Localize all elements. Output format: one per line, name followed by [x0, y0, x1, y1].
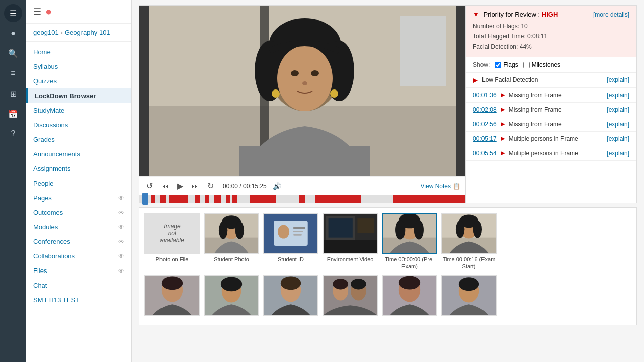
flag-explain-5[interactable]: [explain] — [607, 150, 629, 157]
flags-checkbox[interactable] — [495, 62, 501, 68]
search-icon[interactable]: 🔍 — [4, 44, 22, 62]
sidebar-item-quizzes[interactable]: Quizzes — [26, 74, 131, 88]
flag-time-5[interactable]: 00:05:54 — [473, 150, 497, 157]
progress-segment-3 — [195, 195, 200, 203]
sidebar-item-people[interactable]: People — [26, 176, 131, 191]
rewind-button[interactable]: ↺ — [144, 180, 155, 192]
eye-icon-collaborations[interactable]: 👁 — [118, 253, 124, 260]
thumb-box-t2[interactable] — [204, 275, 259, 316]
fast-forward-button[interactable]: ↻ — [205, 180, 216, 192]
video-player[interactable] — [139, 6, 465, 176]
sidebar-item-pages[interactable]: Pages👁 — [26, 191, 131, 205]
eye-icon-outcomes[interactable]: 👁 — [118, 209, 124, 216]
thumb-item-student-photo[interactable]: Student Photo — [204, 213, 259, 270]
thumb-box-exam-start[interactable] — [441, 213, 497, 254]
thumb-item-exam-start[interactable]: Time 00:00:16 (Exam Start) — [441, 213, 497, 270]
thumb-box-student-photo[interactable] — [204, 213, 259, 254]
volume-icon[interactable]: 🔊 — [273, 182, 281, 190]
svg-rect-24 — [293, 227, 305, 229]
flag-arrow-2[interactable]: ▶ — [501, 106, 505, 113]
breadcrumb-course[interactable]: geog101 — [33, 29, 59, 36]
thumb-box-photo-on-file[interactable]: Imagenotavailable — [144, 213, 200, 254]
eye-icon-conferences[interactable]: 👁 — [118, 238, 124, 245]
calendar-icon[interactable]: 📅 — [4, 105, 22, 123]
sidebar-item-grades[interactable]: Grades — [26, 132, 131, 147]
menu-icon[interactable]: ☰ — [4, 4, 22, 22]
flag-arrow-1[interactable]: ▶ — [501, 92, 505, 98]
flag-time-3[interactable]: 00:02:56 — [473, 121, 497, 128]
milestones-checkbox[interactable] — [523, 62, 530, 68]
svg-rect-14 — [239, 146, 370, 176]
flags-checkbox-label[interactable]: Flags — [495, 61, 518, 68]
thumb-item-t5[interactable] — [382, 275, 437, 316]
thumb-box-t4[interactable] — [323, 275, 378, 316]
flag-item-5: 00:05:54 ▶ Multiple persons in Frame [ex… — [466, 146, 636, 161]
eye-icon-pages[interactable]: 👁 — [118, 195, 124, 202]
eye-icon-files[interactable]: 👁 — [118, 267, 124, 275]
list-icon[interactable]: ≡ — [4, 64, 22, 82]
sidebar-item-discussions[interactable]: Discussions — [26, 118, 131, 132]
sidebar-item-modules[interactable]: Modules👁 — [26, 220, 131, 234]
progress-segment-4 — [205, 195, 210, 203]
priority-arrow: ▼ — [473, 11, 479, 18]
thumb-item-environment-video[interactable]: Environment Video — [323, 213, 378, 270]
thumb-box-t5[interactable] — [382, 275, 437, 316]
sidebar-item-chat[interactable]: Chat — [26, 278, 131, 293]
thumb-box-t6[interactable] — [441, 275, 497, 316]
sidebar-item-collaborations[interactable]: Collaborations👁 — [26, 249, 131, 263]
milestones-checkbox-label[interactable]: Milestones — [523, 61, 560, 68]
flag-header-play[interactable]: ▶ — [473, 76, 478, 84]
flag-desc-2: Missing from Frame — [509, 106, 603, 113]
thumb-item-t6[interactable] — [441, 275, 497, 316]
thumb-box-student-id[interactable] — [263, 213, 318, 254]
thumb-item-t1[interactable] — [144, 275, 200, 316]
progress-thumb[interactable] — [142, 193, 148, 205]
thumb-item-t3[interactable] — [263, 275, 318, 316]
thumb-item-student-id[interactable]: Student ID — [263, 213, 318, 270]
thumb-label-student-id: Student ID — [278, 256, 304, 263]
hamburger-button[interactable]: ☰ — [33, 6, 41, 17]
flag-time-2[interactable]: 00:02:08 — [473, 106, 497, 113]
sidebar-item-syllabus[interactable]: Syllabus — [26, 59, 131, 74]
flag-explain-3[interactable]: [explain] — [607, 121, 629, 128]
flag-header-explain[interactable]: [explain] — [607, 76, 629, 83]
skip-forward-button[interactable]: ⏭ — [189, 180, 201, 192]
sidebar-item-assignments[interactable]: Assignments — [26, 161, 131, 176]
thumb-box-t3[interactable] — [263, 275, 318, 316]
play-pause-button[interactable]: ▶ — [175, 180, 185, 192]
flag-explain-1[interactable]: [explain] — [607, 92, 629, 99]
thumb-item-pre-exam[interactable]: Time 00:00:00 (Pre-Exam) — [382, 213, 437, 270]
thumb-box-environment-video[interactable] — [323, 213, 378, 254]
sidebar-item-home[interactable]: Home — [26, 45, 131, 59]
breadcrumb-name[interactable]: Geography 101 — [65, 29, 110, 36]
thumb-item-t4[interactable] — [323, 275, 378, 316]
more-details-link[interactable]: [more details] — [593, 11, 629, 18]
flag-time-1[interactable]: 00:01:36 — [473, 92, 497, 99]
sidebar-item-outcomes[interactable]: Outcomes👁 — [26, 205, 131, 220]
thumb-box-pre-exam[interactable] — [382, 213, 437, 254]
progress-segment-0 — [151, 195, 156, 203]
sidebar-item-files[interactable]: Files👁 — [26, 263, 131, 278]
grid-icon[interactable]: ⊞ — [4, 84, 22, 103]
flag-item-0: ▶ Low Facial Detection [explain] — [466, 73, 636, 88]
help-icon[interactable]: ? — [4, 125, 22, 143]
skip-back-button[interactable]: ⏮ — [159, 180, 171, 192]
sidebar-item-smlti[interactable]: SM LTI13 TEST — [26, 293, 131, 307]
flag-arrow-5[interactable]: ▶ — [501, 150, 505, 156]
flag-explain-4[interactable]: [explain] — [607, 135, 629, 142]
sidebar-item-conferences[interactable]: Conferences👁 — [26, 234, 131, 249]
eye-icon-modules[interactable]: 👁 — [118, 224, 124, 231]
thumb-box-t1[interactable] — [144, 275, 200, 316]
sidebar-item-lockdown[interactable]: LockDown Browser — [26, 88, 131, 103]
user-icon[interactable]: ● — [4, 24, 22, 42]
sidebar-item-studymate[interactable]: StudyMate — [26, 103, 131, 118]
flag-arrow-4[interactable]: ▶ — [501, 135, 505, 142]
progress-bar[interactable] — [139, 195, 465, 203]
flag-explain-2[interactable]: [explain] — [607, 106, 629, 113]
sidebar-item-announcements[interactable]: Announcements — [26, 147, 131, 161]
flag-arrow-3[interactable]: ▶ — [501, 121, 505, 127]
flag-time-4[interactable]: 00:05:17 — [473, 135, 497, 142]
thumb-item-photo-on-file[interactable]: ImagenotavailablePhoto on File — [144, 213, 200, 270]
view-notes-button[interactable]: View Notes 📋 — [421, 183, 460, 190]
thumb-item-t2[interactable] — [204, 275, 259, 316]
